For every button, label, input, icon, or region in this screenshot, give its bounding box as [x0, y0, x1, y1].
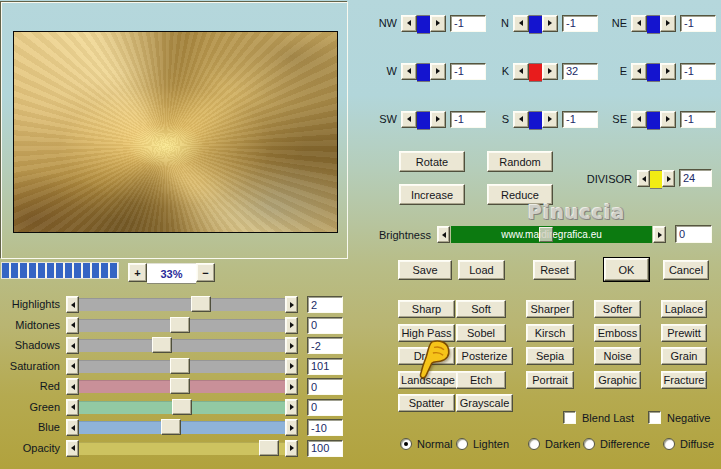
- slider-value-field[interactable]: 0: [307, 378, 343, 395]
- kernel-increment-button[interactable]: [660, 111, 676, 128]
- blend-mode-radio[interactable]: Darken: [528, 438, 580, 450]
- kernel-increment-button[interactable]: [542, 63, 558, 80]
- filter-preset-button[interactable]: Laplace: [661, 300, 707, 318]
- filter-preset-button[interactable]: Sharp: [398, 300, 455, 318]
- slider-thumb[interactable]: [172, 399, 192, 415]
- kernel-decrement-button[interactable]: [631, 63, 647, 80]
- kernel-value-field[interactable]: -1: [450, 63, 486, 80]
- kernel-value-field[interactable]: -1: [680, 63, 716, 80]
- kernel-value-field[interactable]: 32: [562, 63, 598, 80]
- filter-preset-button[interactable]: Portrait: [526, 371, 574, 389]
- slider-value-field[interactable]: -2: [307, 337, 343, 354]
- brightness-value-field[interactable]: 0: [675, 225, 712, 243]
- filter-preset-button[interactable]: Grain: [661, 347, 707, 365]
- kernel-value-field[interactable]: -1: [562, 111, 598, 128]
- brightness-slider-thumb[interactable]: [539, 227, 553, 242]
- checkbox-icon[interactable]: [563, 411, 576, 424]
- slider-decrement-button[interactable]: [66, 337, 79, 354]
- filter-preset-button[interactable]: Soft: [456, 300, 506, 318]
- slider-decrement-button[interactable]: [66, 317, 79, 334]
- radio-icon[interactable]: [663, 438, 675, 450]
- slider-increment-button[interactable]: [285, 399, 298, 416]
- slider-track[interactable]: [79, 442, 285, 455]
- slider-track[interactable]: [79, 319, 285, 332]
- slider-thumb[interactable]: [259, 440, 279, 456]
- slider-decrement-button[interactable]: [66, 440, 79, 457]
- kernel-increment-button[interactable]: [430, 63, 446, 80]
- slider-value-field[interactable]: 100: [307, 440, 343, 457]
- slider-increment-button[interactable]: [285, 317, 298, 334]
- kernel-decrement-button[interactable]: [401, 111, 417, 128]
- checkbox-item[interactable]: Negative: [648, 411, 710, 424]
- slider-value-field[interactable]: 2: [307, 296, 343, 313]
- filter-preset-button[interactable]: Noise: [594, 347, 641, 365]
- kernel-decrement-button[interactable]: [631, 15, 647, 32]
- filter-preset-button[interactable]: Spatter: [398, 394, 455, 412]
- filter-preset-button[interactable]: Draw: [398, 347, 455, 365]
- slider-increment-button[interactable]: [285, 419, 298, 436]
- kernel-value-field[interactable]: -1: [450, 111, 486, 128]
- ok-default-button[interactable]: OK: [604, 258, 649, 281]
- filter-preset-button[interactable]: Landscape: [398, 371, 458, 389]
- kernel-increment-button[interactable]: [430, 111, 446, 128]
- kernel-increment-button[interactable]: [660, 15, 676, 32]
- slider-track[interactable]: [79, 421, 285, 434]
- kernel-increment-button[interactable]: [542, 111, 558, 128]
- dialog-button[interactable]: Save: [398, 260, 452, 280]
- divisor-decrement-button[interactable]: [637, 170, 650, 187]
- preview-image[interactable]: [13, 31, 338, 233]
- increase-button[interactable]: Increase: [399, 184, 465, 205]
- filter-preset-button[interactable]: Kirsch: [526, 324, 574, 342]
- radio-icon[interactable]: [400, 438, 412, 450]
- checkbox-icon[interactable]: [648, 411, 661, 424]
- slider-increment-button[interactable]: [285, 378, 298, 395]
- slider-decrement-button[interactable]: [66, 378, 79, 395]
- filter-preset-button[interactable]: Graphic: [594, 371, 641, 389]
- divisor-increment-button[interactable]: [662, 170, 675, 187]
- radio-icon[interactable]: [456, 438, 468, 450]
- kernel-decrement-button[interactable]: [401, 15, 417, 32]
- brightness-slider-track[interactable]: www.maidiregrafica.eu: [451, 226, 652, 243]
- kernel-increment-button[interactable]: [660, 63, 676, 80]
- slider-value-field[interactable]: -10: [307, 419, 343, 436]
- slider-track[interactable]: [79, 360, 285, 373]
- radio-icon[interactable]: [583, 438, 595, 450]
- kernel-decrement-button[interactable]: [513, 63, 529, 80]
- blend-mode-radio[interactable]: Difference: [583, 438, 650, 450]
- slider-thumb[interactable]: [191, 296, 211, 312]
- blend-mode-radio[interactable]: Lighten: [456, 438, 509, 450]
- random-button[interactable]: Random: [487, 151, 553, 172]
- kernel-increment-button[interactable]: [542, 15, 558, 32]
- slider-track[interactable]: [79, 298, 285, 311]
- slider-increment-button[interactable]: [285, 440, 298, 457]
- kernel-value-field[interactable]: -1: [680, 111, 716, 128]
- slider-increment-button[interactable]: [285, 296, 298, 313]
- kernel-increment-button[interactable]: [430, 15, 446, 32]
- slider-value-field[interactable]: 101: [307, 358, 343, 375]
- slider-thumb[interactable]: [170, 378, 190, 394]
- zoom-in-button[interactable]: +: [128, 263, 147, 282]
- divisor-value-field[interactable]: 24: [679, 169, 712, 187]
- slider-decrement-button[interactable]: [66, 358, 79, 375]
- slider-thumb[interactable]: [152, 337, 172, 353]
- filter-preset-button[interactable]: High Pass: [398, 324, 455, 342]
- slider-decrement-button[interactable]: [66, 419, 79, 436]
- blend-mode-radio[interactable]: Normal: [400, 438, 452, 450]
- slider-thumb[interactable]: [161, 419, 181, 435]
- kernel-value-field[interactable]: -1: [562, 15, 598, 32]
- slider-thumb[interactable]: [170, 358, 190, 374]
- filter-preset-button[interactable]: Emboss: [594, 324, 641, 342]
- dialog-button[interactable]: Cancel: [663, 260, 709, 280]
- slider-thumb[interactable]: [170, 317, 190, 333]
- blend-mode-radio[interactable]: Diffuse: [663, 438, 714, 450]
- slider-decrement-button[interactable]: [66, 296, 79, 313]
- filter-preset-button[interactable]: Softer: [594, 300, 641, 318]
- filter-preset-button[interactable]: Etch: [456, 371, 506, 389]
- filter-preset-button[interactable]: Sepia: [526, 347, 574, 365]
- kernel-decrement-button[interactable]: [513, 15, 529, 32]
- slider-increment-button[interactable]: [285, 358, 298, 375]
- brightness-decrement-button[interactable]: [437, 226, 450, 243]
- filter-preset-button[interactable]: Sharper: [526, 300, 574, 318]
- zoom-out-button[interactable]: −: [196, 263, 215, 282]
- dialog-button[interactable]: Reset: [533, 260, 576, 280]
